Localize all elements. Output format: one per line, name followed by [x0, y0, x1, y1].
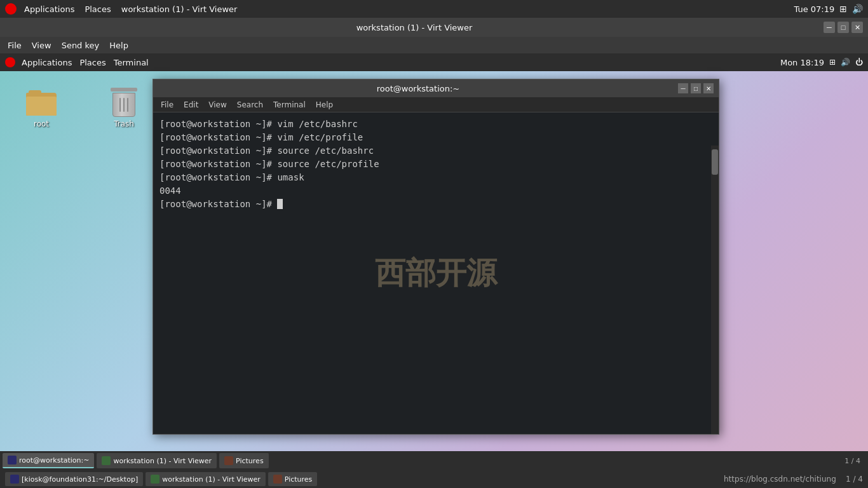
vv-titlebar: workstation (1) - Virt Viewer ─ □ ✕ [0, 18, 868, 37]
desktop-icon-trash[interactable]: Trash [102, 85, 146, 131]
vv-minimize-button[interactable]: ─ [824, 22, 835, 33]
inner-apps-menu[interactable]: Applications [18, 58, 76, 67]
desktop-icon-trash-label: Trash [114, 119, 134, 128]
term-menubar: File Edit View Search Terminal Help [153, 97, 719, 112]
vv-menubar: File View Send key Help [0, 37, 868, 53]
inner-volume-icon[interactable]: 🔊 [841, 58, 850, 67]
vv-sendkey-menu[interactable]: Send key [57, 39, 105, 51]
vv-statusbar: [kiosk@foundation31:~/Desktop] workstati… [0, 470, 868, 488]
outer-apps-menu[interactable]: Applications [20, 4, 78, 14]
redhat-icon [5, 3, 17, 15]
outer-task-terminal[interactable]: [kiosk@foundation31:~/Desktop] [5, 472, 143, 486]
inner-task-pic-icon [224, 456, 233, 465]
inner-task-vv-label: workstation (1) - Virt Viewer [113, 457, 212, 465]
term-line-6: 0044 [159, 184, 712, 198]
outer-task-terminal-label: [kiosk@foundation31:~/Desktop] [22, 475, 138, 484]
outer-task-pic-icon [273, 475, 282, 484]
inner-task-pic-label: Pictures [236, 457, 264, 465]
inner-task-terminal-icon [8, 456, 17, 464]
term-minimize-button[interactable]: ─ [678, 83, 688, 93]
inner-network-icon[interactable]: ⊞ [829, 58, 836, 67]
outer-task-vv-label: workstation (1) - Virt Viewer [162, 475, 261, 484]
inner-page-indicator: 1 / 4 [844, 457, 860, 465]
outer-url: https://blog.csdn.net/chitiung [724, 475, 836, 484]
outer-topbar: Applications Places workstation (1) - Vi… [0, 0, 868, 18]
term-search-menu[interactable]: Search [232, 99, 268, 111]
inner-clock: Mon 18:19 [780, 58, 824, 67]
vv-title: workstation (1) - Virt Viewer [5, 23, 824, 32]
term-scrollbar[interactable] [711, 146, 719, 434]
term-line-3: [root@workstation ~]# source /etc/bashrc [159, 144, 712, 158]
term-terminal-menu[interactable]: Terminal [268, 99, 311, 111]
term-view-menu[interactable]: View [203, 99, 231, 111]
desktop-icon-root-label: root [34, 119, 49, 128]
outer-task-terminal-icon [10, 475, 19, 484]
term-file-menu[interactable]: File [156, 99, 179, 111]
vv-close-button[interactable]: ✕ [851, 22, 863, 33]
inner-redhat-icon [5, 57, 15, 67]
outer-task-pictures[interactable]: Pictures [268, 472, 318, 486]
inner-task-pictures[interactable]: Pictures [219, 453, 269, 468]
term-line-7: [root@workstation ~]# [159, 198, 712, 211]
vv-file-menu[interactable]: File [3, 39, 27, 51]
cursor [277, 199, 283, 209]
term-edit-menu[interactable]: Edit [179, 99, 203, 111]
term-maximize-button[interactable]: □ [691, 83, 701, 93]
vv-help-menu[interactable]: Help [104, 39, 133, 51]
term-title: root@workstation:~ [158, 84, 678, 93]
scroll-thumb[interactable] [712, 149, 718, 175]
term-titlebar: root@workstation:~ ─ □ ✕ [153, 79, 719, 97]
outer-task-pic-label: Pictures [285, 475, 313, 484]
outer-status-right: https://blog.csdn.net/chitiung 1 / 4 [724, 475, 863, 484]
term-close-button[interactable]: ✕ [703, 83, 714, 93]
term-line-1: [root@workstation ~]# vim /etc/bashrc [159, 118, 712, 131]
volume-icon[interactable]: 🔊 [852, 4, 863, 14]
outer-page-indicator: 1 / 4 [846, 475, 863, 484]
watermark: 西部开源 [375, 253, 497, 294]
outer-task-vv-icon [151, 475, 159, 484]
vv-view-menu[interactable]: View [27, 39, 57, 51]
inner-terminal-menu[interactable]: Terminal [110, 58, 153, 67]
inner-task-vv[interactable]: workstation (1) - Virt Viewer [97, 453, 217, 468]
outer-window-title: workstation (1) - Virt Viewer [118, 4, 241, 14]
inner-task-terminal-label: root@workstation:~ [19, 456, 89, 464]
outer-places-menu[interactable]: Places [81, 4, 114, 14]
virt-viewer-window: workstation (1) - Virt Viewer ─ □ ✕ File… [0, 18, 868, 488]
terminal-window[interactable]: root@workstation:~ ─ □ ✕ File Edit View … [153, 79, 719, 435]
network-icon[interactable]: ⊞ [839, 4, 847, 14]
term-line-4: [root@workstation ~]# source /etc/profil… [159, 158, 712, 171]
inner-task-vv-icon [102, 456, 111, 465]
inner-task-terminal[interactable]: root@workstation:~ [3, 453, 94, 468]
inner-places-menu[interactable]: Places [76, 58, 109, 67]
outer-task-vv[interactable]: workstation (1) - Virt Viewer [146, 472, 266, 486]
term-line-2: [root@workstation ~]# vim /etc/profile [159, 131, 712, 144]
term-line-5: [root@workstation ~]# umask [159, 171, 712, 184]
inner-desktop: Applications Places Terminal Mon 18:19 ⊞… [0, 53, 868, 470]
desktop-icon-root[interactable]: root [19, 85, 64, 131]
term-content[interactable]: [root@workstation ~]# vim /etc/bashrc [r… [153, 112, 719, 434]
inner-topbar: Applications Places Terminal Mon 18:19 ⊞… [0, 53, 868, 71]
outer-clock: Tue 07:19 [794, 4, 834, 14]
vv-maximize-button[interactable]: □ [837, 22, 849, 33]
inner-taskbar: root@workstation:~ workstation (1) - Vir… [0, 451, 868, 470]
inner-power-icon[interactable]: ⏻ [855, 58, 863, 67]
term-help-menu[interactable]: Help [311, 99, 338, 111]
